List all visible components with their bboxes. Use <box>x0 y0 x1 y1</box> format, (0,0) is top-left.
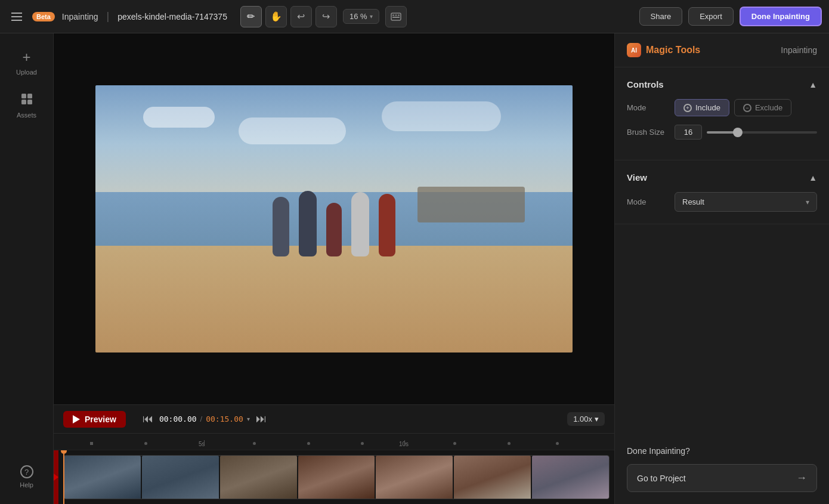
controls-title: Controls <box>627 79 664 89</box>
ai-text: AI <box>631 47 637 54</box>
plus-icon: + <box>22 49 30 66</box>
preview-button[interactable]: Preview <box>63 411 126 428</box>
pencil-tool-button[interactable]: ✏ <box>240 6 262 27</box>
svg-rect-7 <box>21 100 26 104</box>
brush-size-row: Brush Size 16 <box>627 125 817 140</box>
assets-icon <box>20 92 33 109</box>
go-to-project-button[interactable]: Go to Project → <box>627 464 817 492</box>
view-mode-control: Mode Result ▾ <box>627 192 817 212</box>
ruler-marks: 5s 10s <box>63 435 605 447</box>
left-sidebar: + Upload Assets ? Help <box>0 33 54 504</box>
brush-size-slider[interactable] <box>707 131 817 134</box>
speed-control[interactable]: 1.00x ▾ <box>567 412 605 426</box>
keyboard-shortcut-button[interactable] <box>385 6 407 27</box>
zoom-control[interactable]: 16 % ▾ <box>343 9 379 24</box>
exclude-minus-icon: − <box>743 104 751 112</box>
brush-size-value: 16 <box>675 125 702 140</box>
film-strip <box>63 455 610 499</box>
time-total: 00:15.00 <box>206 415 243 423</box>
svg-rect-4 <box>392 17 400 18</box>
goto-project-label: Go to Project <box>637 474 686 483</box>
speed-arrow-icon: ▾ <box>595 415 599 423</box>
svg-rect-5 <box>21 94 26 98</box>
mode-label: Mode <box>627 103 675 112</box>
topbar-tools: ✏ ✋ ↩ ↪ <box>240 6 337 27</box>
done-inpainting-section: Done Inpainting? Go to Project → <box>615 434 829 504</box>
beta-badge: Beta <box>32 12 55 21</box>
view-title: View <box>627 172 647 183</box>
view-mode-select[interactable]: Result ▾ <box>675 192 817 212</box>
hand-tool-button[interactable]: ✋ <box>265 6 287 27</box>
time-separator: / <box>200 415 203 423</box>
mode-buttons: + Include − Exclude <box>675 99 791 116</box>
done-inpainting-button[interactable]: Done Inpainting <box>740 7 822 26</box>
sidebar-item-assets[interactable]: Assets <box>4 86 50 125</box>
time-dropdown-arrow[interactable]: ▾ <box>247 416 250 422</box>
film-cell-1 <box>64 456 141 499</box>
panel-spacer <box>615 224 829 434</box>
sidebar-item-help[interactable]: ? Help <box>4 459 50 494</box>
center-area: Preview ⏮ 00:00.00 / 00:15.00 ▾ ⏭ 1.00x … <box>54 33 614 504</box>
svg-rect-8 <box>27 100 32 104</box>
view-mode-value: Result <box>682 197 704 206</box>
beach-scene <box>95 85 573 353</box>
undo-button[interactable]: ↩ <box>290 6 312 27</box>
share-button[interactable]: Share <box>639 7 683 26</box>
topbar: Beta Inpainting | pexels-kindel-media-71… <box>0 0 829 33</box>
menu-button[interactable] <box>7 7 26 26</box>
timeline-ruler: 5s 10s <box>54 434 614 450</box>
brush-size-label: Brush Size <box>627 128 675 137</box>
time-current: 00:00.00 <box>159 415 197 423</box>
help-icon: ? <box>20 465 33 478</box>
svg-rect-1 <box>392 14 394 16</box>
timeline-track-area[interactable] <box>54 450 614 504</box>
view-section-header: View ▲ <box>627 172 817 183</box>
go-to-end-button[interactable]: ⏭ <box>256 413 267 425</box>
topbar-separator: | <box>107 10 110 23</box>
video-frame <box>95 85 573 353</box>
svg-rect-2 <box>395 14 397 16</box>
zoom-arrow-icon: ▾ <box>370 13 373 20</box>
view-mode-arrow-icon: ▾ <box>806 198 809 206</box>
app-name: Inpainting <box>62 12 98 21</box>
exclude-mode-button[interactable]: − Exclude <box>734 99 791 116</box>
exclude-label: Exclude <box>755 103 782 112</box>
controls-collapse-button[interactable]: ▲ <box>809 80 817 89</box>
include-plus-icon: + <box>683 104 692 112</box>
include-label: Include <box>695 103 720 112</box>
svg-rect-3 <box>398 14 400 16</box>
project-name: pexels-kindel-media-7147375 <box>117 12 227 21</box>
magic-tools-title: Magic Tools <box>646 45 700 55</box>
mode-control-row: Mode + Include − Exclude <box>627 99 817 116</box>
controls-section-header: Controls ▲ <box>627 79 817 89</box>
timeline-controls: ⏮ 00:00.00 / 00:15.00 ▾ ⏭ <box>143 413 267 425</box>
view-mode-label: Mode <box>627 197 675 206</box>
ai-badge: AI <box>627 43 641 57</box>
go-to-start-button[interactable]: ⏮ <box>143 413 153 425</box>
view-collapse-button[interactable]: ▲ <box>809 173 817 183</box>
preview-bar: Preview ⏮ 00:00.00 / 00:15.00 ▾ ⏭ 1.00x … <box>54 405 614 434</box>
film-cell-4 <box>298 456 375 499</box>
assets-label: Assets <box>17 112 36 119</box>
zoom-value: 16 % <box>349 12 367 21</box>
view-section: View ▲ Mode Result ▾ <box>615 160 829 224</box>
svg-rect-6 <box>27 94 32 98</box>
bottom-controls: Preview ⏮ 00:00.00 / 00:15.00 ▾ ⏭ 1.00x … <box>54 404 614 504</box>
panel-title: AI Magic Tools <box>627 43 700 57</box>
panel-mode-label: Inpainting <box>781 45 817 55</box>
film-cell-7 <box>532 456 609 499</box>
include-mode-button[interactable]: + Include <box>675 99 729 116</box>
video-canvas[interactable] <box>54 33 614 404</box>
redo-button[interactable]: ↪ <box>315 6 337 27</box>
panel-header: AI Magic Tools Inpainting <box>615 33 829 67</box>
film-cell-3 <box>220 456 297 499</box>
ruler-10s-label: 10s <box>399 441 409 447</box>
film-cell-6 <box>454 456 531 499</box>
brush-slider-thumb[interactable] <box>733 128 743 137</box>
done-inpainting-question: Done Inpainting? <box>627 446 817 456</box>
export-button[interactable]: Export <box>688 7 734 26</box>
play-icon <box>73 415 80 423</box>
sidebar-item-upload[interactable]: + Upload <box>4 43 50 82</box>
playhead <box>63 450 64 504</box>
right-panel: AI Magic Tools Inpainting Controls ▲ Mod… <box>614 33 829 504</box>
